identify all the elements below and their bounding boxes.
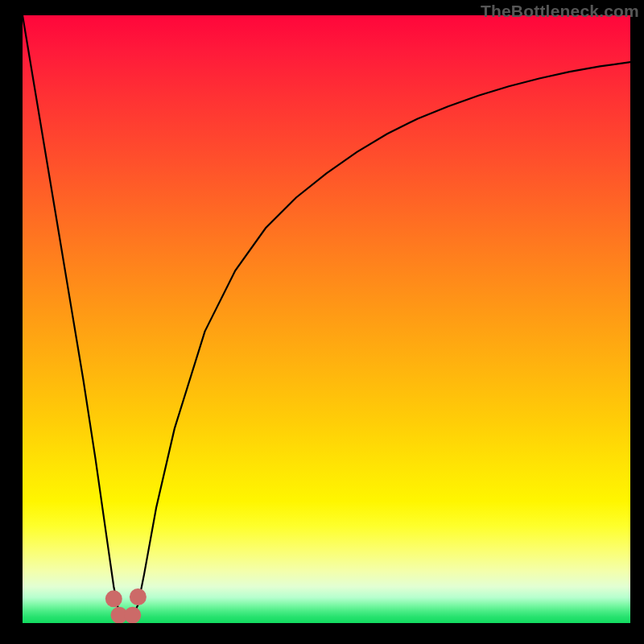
watermark: TheBottleneck.com	[481, 2, 639, 21]
marker-group	[105, 588, 147, 623]
marker-right-outer	[130, 588, 147, 605]
bottleneck-curve	[23, 15, 630, 617]
marker-right-inner	[124, 607, 141, 623]
marker-left-outer	[105, 590, 122, 607]
plot-area	[23, 15, 630, 623]
chart-frame: TheBottleneck.com	[0, 0, 644, 644]
curve-layer	[23, 15, 630, 623]
